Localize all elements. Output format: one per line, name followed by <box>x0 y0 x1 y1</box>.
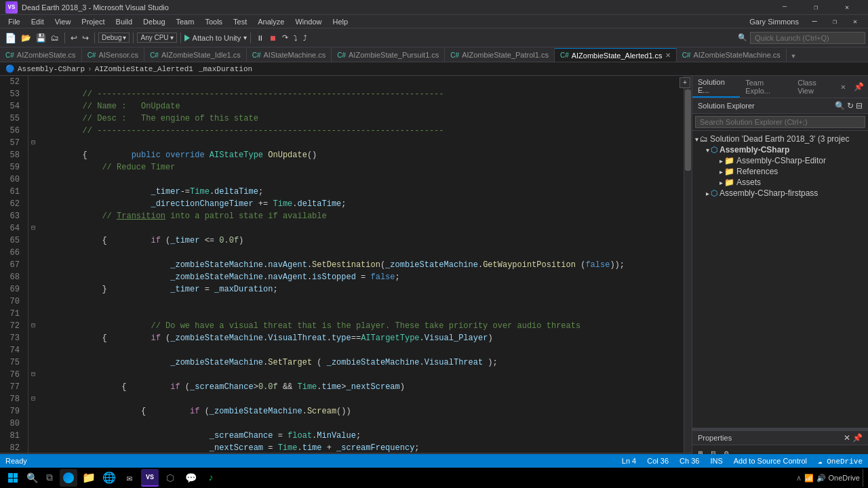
tab-AISensor[interactable]: C# AISensor.cs <box>82 48 145 62</box>
toolbar: 📄 📂 💾 🗂 ↩ ↪ Debug ▾ Any CPU ▾ Attach to … <box>0 28 868 47</box>
expand-editor-btn[interactable]: + <box>679 77 690 88</box>
solution-search-input[interactable] <box>695 116 865 128</box>
quicklaunch-input[interactable] <box>750 32 865 44</box>
taskbar-unity-icon[interactable]: ⬡ <box>161 469 179 487</box>
restore-button[interactable]: ❐ <box>800 0 831 15</box>
taskbar-chrome-icon[interactable]: 🌐 <box>100 469 118 487</box>
cpu-dropdown[interactable]: Any CPU ▾ <box>137 33 176 43</box>
prop-pin-icon[interactable]: 📌 <box>852 433 863 443</box>
sidebar-pin-btn[interactable]: 📌 <box>850 81 868 94</box>
start-button[interactable] <box>3 469 23 487</box>
se-refresh-icon[interactable]: ↻ <box>847 101 854 110</box>
vertical-scrollbar[interactable] <box>684 76 692 453</box>
line-num-69: 69 <box>0 283 24 296</box>
menu-edit[interactable]: Edit <box>26 16 50 27</box>
step-over-icon[interactable]: ↷ <box>280 32 290 43</box>
tray-icons[interactable]: ∧ <box>796 474 802 483</box>
line-num-66: 66 <box>0 247 24 259</box>
new-project-icon[interactable]: 📄 <box>3 31 18 45</box>
menu-window[interactable]: Window <box>290 16 327 27</box>
menu-project[interactable]: Project <box>76 16 110 27</box>
tab-AIZombieStatePatrol1[interactable]: C# AIZombieState_Patrol1.cs <box>445 48 555 62</box>
tab-AIZombieStatePursuit1[interactable]: C# AIZombieState_Pursuit1.cs <box>332 48 445 62</box>
tab-AIStateMachine[interactable]: C# AIStateMachine.cs <box>247 48 332 62</box>
code-column[interactable]: // -------------------------------------… <box>38 76 684 453</box>
code-scroll[interactable]: 52 53 54 55 56 57 58 59 60 61 62 63 64 6… <box>0 76 692 453</box>
close-button[interactable]: ✕ <box>831 0 863 15</box>
fold-64[interactable]: ⊟ <box>28 222 38 235</box>
taskview-btn[interactable]: ⧉ <box>41 469 58 487</box>
tab-AIZombieStateMachine[interactable]: C# AIZombieStateMachine.cs <box>677 48 787 62</box>
search-taskbar-btn[interactable]: 🔍 <box>23 469 41 487</box>
toolbar-restore[interactable]: ❐ <box>825 14 845 29</box>
fold-57[interactable]: ⊟ <box>28 137 38 149</box>
menu-tools[interactable]: Tools <box>199 16 228 27</box>
fold-72[interactable]: ⊟ <box>28 320 38 332</box>
menu-debug[interactable]: Debug <box>138 16 170 27</box>
save-all-icon[interactable]: 🗂 <box>49 32 61 44</box>
tab-overflow-icon[interactable]: ▾ <box>788 50 799 62</box>
taskbar-edge-icon[interactable] <box>60 469 77 487</box>
fold-80 <box>28 418 38 430</box>
menu-team[interactable]: Team <box>171 16 200 27</box>
line-num-61: 61 <box>0 186 24 198</box>
tree-item-assembly-csharp[interactable]: ▾ ⬡ Assembly-CSharp <box>692 144 868 155</box>
class-view-tab[interactable]: Class View <box>792 77 837 97</box>
se-search-icon[interactable]: 🔍 <box>835 101 845 110</box>
tree-item-assets[interactable]: ▸ 📁 Assets <box>692 177 868 188</box>
tree-item-solution[interactable]: ▾ 🗂 Solution 'Dead Earth 2018_3' (3 proj… <box>692 134 868 144</box>
fold-73 <box>28 332 38 344</box>
tab-AIZombieStateIdle1[interactable]: C# AIZombieState_Idle1.cs <box>144 48 247 62</box>
taskbar-spotify-icon[interactable]: ♪ <box>202 469 220 487</box>
redo-icon[interactable]: ↪ <box>80 32 91 44</box>
scroll-thumb[interactable] <box>685 89 691 171</box>
prop-close-icon[interactable]: ✕ <box>844 433 850 443</box>
undo-icon[interactable]: ↩ <box>68 32 79 44</box>
fold-65 <box>28 235 38 247</box>
toolbar-minimize[interactable]: ─ <box>804 14 825 29</box>
solution-explorer-tab[interactable]: Solution E... <box>692 76 740 98</box>
menu-analyze[interactable]: Analyze <box>252 16 290 27</box>
debug-dropdown[interactable]: Debug ▾ <box>98 33 130 43</box>
fold-76[interactable]: ⊟ <box>28 369 38 381</box>
tree-item-firstpass[interactable]: ▸ ⬡ Assembly-CSharp-firstpass <box>692 188 868 199</box>
tree-item-references[interactable]: ▸ 📁 References <box>692 166 868 177</box>
taskbar-explorer-icon[interactable]: 📁 <box>80 469 98 487</box>
pause-icon[interactable]: ⏸ <box>254 33 266 43</box>
toolbar-close[interactable]: ✕ <box>845 14 865 29</box>
breadcrumb-class[interactable]: AIZombieState_Alerted1 <box>95 65 193 73</box>
volume-icon[interactable]: 🔊 <box>816 474 826 483</box>
tab-AIZombieStateAlerted1[interactable]: C# AIZombieState_Alerted1.cs ✕ <box>555 48 677 62</box>
tree-item-editor[interactable]: ▸ 📁 Assembly-CSharp-Editor <box>692 155 868 166</box>
attach-button[interactable]: Attach to Unity ▾ <box>184 33 248 43</box>
taskbar-vs-icon[interactable]: VS <box>141 469 159 487</box>
save-icon[interactable]: 💾 <box>34 32 48 44</box>
se-collapse-icon[interactable]: ⊟ <box>856 101 863 110</box>
breadcrumb-field[interactable]: _maxDuration <box>199 65 252 73</box>
taskbar-mail-icon[interactable]: ✉ <box>121 469 138 487</box>
breadcrumb-icon: 🔵 <box>5 64 15 73</box>
fold-78[interactable]: ⊟ <box>28 393 38 405</box>
attach-dropdown-arrow[interactable]: ▾ <box>243 34 247 41</box>
tab-close-icon[interactable]: ✕ <box>665 52 671 59</box>
network-icon[interactable]: 📶 <box>804 474 814 483</box>
menu-file[interactable]: File <box>3 16 26 27</box>
breadcrumb-assembly[interactable]: Assembly-CSharp <box>18 65 85 73</box>
menu-build[interactable]: Build <box>111 16 138 27</box>
menu-test[interactable]: Test <box>228 16 252 27</box>
titlebar-title: Dead Earth 2018_3 - Microsoft Visual Stu… <box>22 3 169 12</box>
team-explorer-tab[interactable]: Team Explo... <box>740 77 792 97</box>
tab-AIZombieState[interactable]: C# AIZombieState.cs <box>0 48 82 62</box>
status-source-control[interactable]: Add to Source Control <box>734 457 807 465</box>
tab-active-label: AIZombieState_Alerted1.cs <box>572 52 663 60</box>
minimize-button[interactable]: ─ <box>769 0 800 15</box>
show-desktop-btn[interactable] <box>863 469 865 487</box>
step-out-icon[interactable]: ⤴ <box>301 33 309 43</box>
open-icon[interactable]: 📂 <box>19 32 33 44</box>
sidebar-close-btn[interactable]: ✕ <box>837 81 850 94</box>
menu-view[interactable]: View <box>50 16 77 27</box>
step-into-icon[interactable]: ⤵ <box>292 33 300 43</box>
menu-help[interactable]: Help <box>328 16 354 27</box>
taskbar-discord-icon[interactable]: 💬 <box>182 469 199 487</box>
stop-icon[interactable]: ⏹ <box>267 33 279 43</box>
